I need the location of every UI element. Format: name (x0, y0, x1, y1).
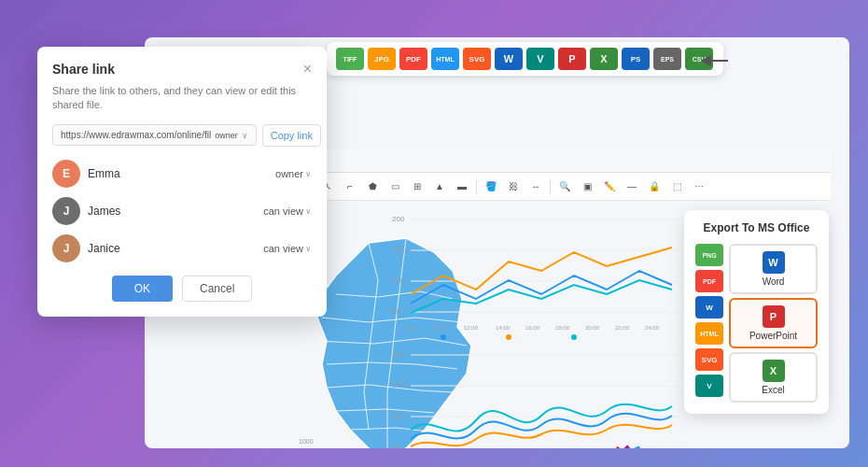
avatar-james: J (52, 197, 80, 225)
svg-text:200: 200 (392, 215, 405, 223)
svg-text:14:00: 14:00 (496, 325, 511, 331)
user-perm-label-emma: owner (275, 168, 303, 179)
excel-option-icon: X (763, 360, 785, 382)
export-options: W Word P PowerPoint X Excel (729, 244, 818, 403)
svg-text:100: 100 (392, 276, 405, 285)
rect-tool[interactable]: ▭ (386, 178, 403, 195)
sidebar-png-icon[interactable]: PNG (695, 244, 723, 266)
corner-tool[interactable]: ⌐ (342, 178, 358, 195)
svg-text:1000: 1000 (299, 438, 314, 445)
svg-point-53 (621, 442, 667, 448)
user-name-james: James (88, 205, 256, 218)
link-tool[interactable]: ⛓ (505, 178, 522, 195)
svg-point-52 (614, 435, 674, 448)
sidebar-word-icon[interactable]: W (695, 296, 723, 318)
export-content: PNG PDF W HTML SVG V W Word P PowerPoint… (695, 244, 818, 403)
fill-tool[interactable]: 🪣 (483, 178, 499, 195)
tiff-icon[interactable]: TIFF (336, 48, 364, 70)
preview-tool[interactable]: ▣ (579, 178, 595, 195)
eps-icon[interactable]: EPS (653, 48, 681, 70)
visio-icon[interactable]: V (526, 48, 554, 70)
chart-tool[interactable]: ▲ (431, 178, 448, 195)
svg-text:100: 100 (392, 412, 405, 420)
lock-tool[interactable]: 🔒 (646, 178, 663, 195)
dialog-description: Share the link to others, and they can v… (52, 84, 312, 113)
sidebar-html-icon[interactable]: HTML (695, 322, 723, 345)
user-row-emma: E Emma owner ∨ (52, 160, 312, 188)
user-perm-janice[interactable]: can view ∨ (263, 243, 312, 254)
more-tool[interactable]: ⋯ (691, 178, 707, 195)
pdf-icon[interactable]: PDF (399, 48, 427, 70)
chart-top: 200 150 100 50 8:00 10:00 12:00 14:00 16… (387, 210, 686, 341)
cancel-button[interactable]: Cancel (182, 276, 252, 302)
user-perm-label-janice: can view (263, 243, 303, 254)
svg-text:18:00: 18:00 (555, 325, 570, 331)
html-icon[interactable]: HTML (431, 48, 459, 70)
svg-text:150: 150 (392, 246, 405, 254)
ppt-icon[interactable]: P (558, 48, 586, 70)
close-button[interactable]: × (303, 62, 312, 77)
user-row-janice: J Janice can view ∨ (52, 234, 312, 262)
excel-export-option[interactable]: X Excel (729, 352, 818, 403)
share-dialog: Share link × Share the link to others, a… (37, 47, 327, 317)
format-toolbar: TIFF JPG PDF HTML SVG W V P X PS EPS CSV (327, 42, 723, 76)
svg-text:22:00: 22:00 (615, 325, 630, 331)
crop-tool[interactable]: ⬚ (668, 178, 685, 195)
sidebar-pdf-icon[interactable]: PDF (695, 270, 723, 292)
link-input-field[interactable]: https://www.edrawmax.com/online/fil owne… (52, 124, 257, 146)
svg-icon[interactable]: SVG (463, 48, 491, 70)
word-format-icon[interactable]: W (495, 48, 523, 70)
copy-link-button[interactable]: Copy link (262, 124, 321, 147)
user-perm-emma[interactable]: owner ∨ (275, 168, 312, 179)
svg-text:12:00: 12:00 (464, 325, 479, 331)
shape-tool[interactable]: ⬟ (364, 178, 381, 195)
zoom-tool[interactable]: 🔍 (556, 178, 573, 195)
perm-arrow-janice: ∨ (305, 244, 312, 253)
chart-top-svg: 200 150 100 50 8:00 10:00 12:00 14:00 16… (387, 210, 686, 341)
word-export-option[interactable]: W Word (729, 244, 818, 294)
powerpoint-option-icon: P (763, 305, 785, 328)
user-perm-label-james: can view (263, 205, 303, 217)
arrow-indicator (702, 51, 730, 70)
avatar-janice: J (52, 234, 80, 262)
jpg-icon[interactable]: JPG (368, 48, 396, 70)
link-permission-text: owner (215, 131, 238, 140)
tool-bar: T ↖ ⌐ ⬟ ▭ ⊞ ▲ ▬ 🪣 ⛓ ↔ 🔍 ▣ ✏️ — 🔒 ⬚ ⋯ (289, 173, 831, 201)
chart-bar-svg: 1000 800 600 400 (294, 434, 462, 448)
dialog-footer: OK Cancel (52, 276, 312, 302)
avatar-emma: E (52, 160, 80, 188)
ok-button[interactable]: OK (112, 276, 173, 302)
powerpoint-export-option[interactable]: P PowerPoint (729, 298, 818, 348)
dialog-title: Share link (52, 62, 115, 77)
sidebar-svg-icon[interactable]: SVG (695, 348, 723, 371)
svg-text:10:00: 10:00 (434, 325, 449, 331)
chart-pie (607, 430, 681, 448)
perm-arrow-emma: ∨ (305, 169, 312, 178)
excel-icon[interactable]: X (590, 48, 618, 70)
rect2-tool[interactable]: ▬ (454, 178, 470, 195)
word-option-label: Word (763, 276, 785, 287)
sidebar-visio-icon[interactable]: V (695, 375, 723, 397)
powerpoint-option-label: PowerPoint (749, 331, 797, 341)
word-option-icon: W (763, 251, 785, 274)
svg-text:8:00: 8:00 (404, 325, 415, 331)
svg-point-20 (571, 334, 577, 340)
user-perm-james[interactable]: can view ∨ (263, 205, 312, 217)
svg-text:200: 200 (392, 350, 405, 359)
perm-arrow-james: ∨ (305, 206, 312, 216)
user-row-james: J James can view ∨ (52, 197, 312, 225)
svg-point-19 (506, 334, 511, 340)
pen-tool[interactable]: ✏️ (601, 178, 618, 195)
export-panel: Export To MS Office PNG PDF W HTML SVG V… (684, 210, 829, 414)
export-sidebar: PNG PDF W HTML SVG V (695, 244, 723, 403)
user-name-emma: Emma (88, 167, 268, 180)
divider1 (476, 179, 477, 194)
connect-tool[interactable]: ↔ (527, 178, 544, 195)
line-tool[interactable]: — (623, 178, 640, 195)
svg-text:24:00: 24:00 (645, 325, 660, 331)
svg-text:20:00: 20:00 (585, 325, 600, 331)
table-tool[interactable]: ⊞ (409, 178, 426, 195)
ps-icon[interactable]: PS (622, 48, 650, 70)
link-row: https://www.edrawmax.com/online/fil owne… (52, 124, 312, 147)
link-dropdown-arrow[interactable]: ∨ (242, 131, 248, 140)
